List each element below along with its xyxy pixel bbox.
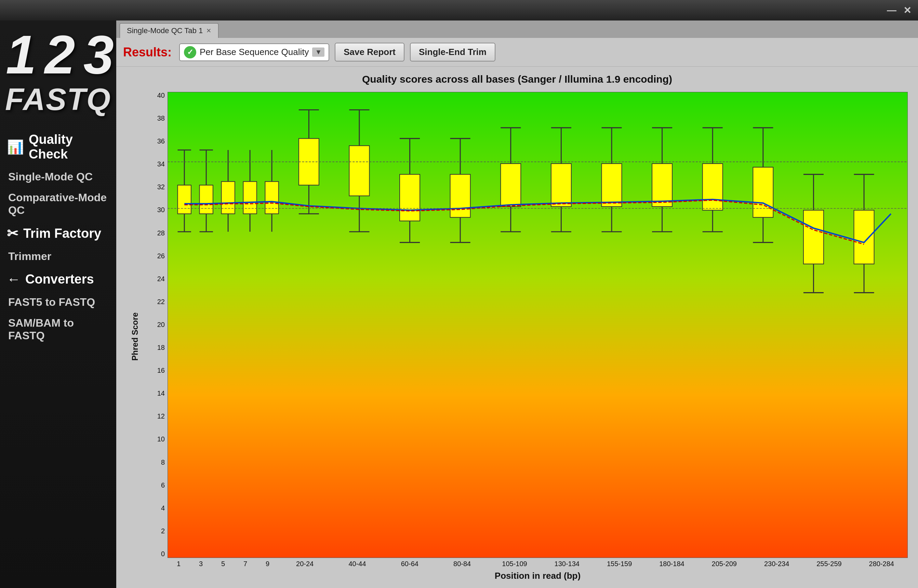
check-icon: ✓ [184, 46, 196, 58]
title-bar: — ✕ [0, 0, 918, 21]
x-tick-7: 7 [234, 560, 256, 568]
y-tick-18: 18 [157, 344, 165, 351]
y-tick-16: 16 [157, 367, 165, 374]
y-axis-label: Phred Score [130, 312, 140, 360]
scissors-icon: ✂ [7, 226, 18, 241]
sidebar-item-single-mode-qc[interactable]: Single-Mode QC [0, 166, 116, 187]
chart-svg [168, 92, 908, 558]
sidebar-item-sam-bam-to-fastq[interactable]: SAM/BAM to FASTQ [0, 313, 116, 346]
bar-chart-icon: 📊 [7, 139, 24, 155]
save-report-button[interactable]: Save Report [335, 43, 405, 61]
svg-rect-26 [601, 164, 622, 207]
chart-inner: 40 38 36 34 32 30 28 26 24 22 20 18 [144, 92, 908, 558]
logo-numbers: 1 2 3 [5, 27, 111, 82]
sidebar-converters-header: ← Converters [0, 267, 116, 292]
svg-rect-32 [753, 167, 773, 217]
y-tick-26: 26 [157, 252, 165, 259]
svg-rect-20 [450, 174, 470, 217]
x-tick-80-84: 80-84 [436, 560, 488, 568]
tab-close-icon[interactable]: ✕ [206, 27, 211, 34]
trim-factory-label: Trim Factory [23, 226, 101, 241]
y-tick-30: 30 [157, 206, 165, 213]
y-tick-32: 32 [157, 184, 165, 190]
x-tick-60-64: 60-64 [384, 560, 436, 568]
x-tick-230-234: 230-234 [750, 560, 803, 568]
svg-rect-30 [703, 164, 723, 210]
y-tick-12: 12 [157, 413, 165, 420]
x-tick-9: 9 [256, 560, 278, 568]
svg-rect-36 [854, 210, 874, 264]
logo: 1 2 3 FASTQ [5, 27, 111, 117]
toolbar: Results: ✓ Per Base Sequence Quality ▼ S… [116, 38, 918, 66]
y-tick-4: 4 [161, 505, 165, 512]
y-axis: 40 38 36 34 32 30 28 26 24 22 20 18 [144, 92, 168, 558]
x-tick-5: 5 [212, 560, 234, 568]
svg-rect-18 [400, 174, 420, 221]
sidebar-item-comparative-mode-qc[interactable]: Comparative-Mode QC [0, 187, 116, 221]
y-tick-0: 0 [161, 551, 165, 557]
sidebar-quality-check-header: 📊 Quality Check [0, 128, 116, 166]
y-tick-2: 2 [161, 528, 165, 535]
minimize-button[interactable]: — [887, 5, 897, 16]
results-label: Results: [123, 45, 172, 60]
sidebar-item-trimmer[interactable]: Trimmer [0, 246, 116, 267]
sidebar-section-quality-check: 📊 Quality Check Single-Mode QC Comparati… [0, 128, 116, 221]
svg-rect-22 [500, 164, 521, 207]
results-dropdown[interactable]: ✓ Per Base Sequence Quality ▼ [179, 44, 329, 61]
x-tick-255-259: 255-259 [803, 560, 855, 568]
x-axis-label: Position in read (bp) [144, 570, 908, 581]
y-tick-14: 14 [157, 390, 165, 397]
tab-bar: Single-Mode QC Tab 1 ✕ [116, 21, 918, 38]
svg-rect-34 [803, 210, 824, 264]
logo-fastq: FASTQ [5, 82, 111, 117]
svg-rect-4 [178, 185, 191, 214]
x-axis: 1 3 5 7 9 20-24 40-44 60-64 80-84 105-10… [144, 560, 908, 568]
main-layout: 1 2 3 FASTQ 📊 Quality Check Single-Mode … [0, 21, 918, 588]
svg-rect-28 [652, 164, 672, 207]
arrow-left-icon: ← [7, 271, 21, 287]
svg-rect-10 [243, 181, 256, 213]
chart-plot [168, 92, 908, 558]
y-tick-40: 40 [157, 92, 165, 99]
sidebar-section-trim-factory: ✂ Trim Factory Trimmer [0, 221, 116, 267]
sidebar-trim-factory-header: ✂ Trim Factory [0, 221, 116, 246]
close-button[interactable]: ✕ [903, 5, 911, 16]
y-tick-10: 10 [157, 436, 165, 443]
x-tick-1: 1 [168, 560, 190, 568]
x-tick-205-209: 205-209 [698, 560, 750, 568]
tab-label: Single-Mode QC Tab 1 [127, 26, 203, 35]
y-tick-34: 34 [157, 161, 165, 167]
x-tick-155-159: 155-159 [593, 560, 646, 568]
chart-with-axes: 40 38 36 34 32 30 28 26 24 22 20 18 [144, 92, 908, 581]
svg-rect-8 [221, 181, 235, 213]
y-tick-22: 22 [157, 298, 165, 305]
x-tick-20-24: 20-24 [278, 560, 331, 568]
y-tick-6: 6 [161, 482, 165, 489]
x-tick-130-134: 130-134 [541, 560, 593, 568]
svg-rect-24 [551, 164, 571, 207]
x-tick-180-184: 180-184 [646, 560, 698, 568]
sidebar-item-fast5-to-fastq[interactable]: FAST5 to FASTQ [0, 292, 116, 313]
svg-rect-16 [349, 145, 369, 196]
x-tick-105-109: 105-109 [488, 560, 541, 568]
content-area: Single-Mode QC Tab 1 ✕ Results: ✓ Per Ba… [116, 21, 918, 588]
y-tick-20: 20 [157, 321, 165, 328]
y-tick-36: 36 [157, 138, 165, 145]
chart-area: Quality scores across all bases (Sanger … [116, 66, 918, 588]
sidebar-section-converters: ← Converters FAST5 to FASTQ SAM/BAM to F… [0, 267, 116, 346]
quality-check-label: Quality Check [29, 132, 109, 162]
dropdown-value: Per Base Sequence Quality [200, 47, 309, 57]
y-tick-28: 28 [157, 229, 165, 236]
x-tick-280-284: 280-284 [855, 560, 908, 568]
y-axis-label-container: Phred Score [126, 92, 144, 581]
logo-area: 1 2 3 FASTQ [0, 21, 116, 128]
converters-label: Converters [25, 272, 94, 287]
y-tick-38: 38 [157, 115, 165, 122]
x-tick-40-44: 40-44 [331, 560, 383, 568]
single-end-trim-button[interactable]: Single-End Trim [410, 43, 495, 61]
x-tick-3: 3 [190, 560, 212, 568]
chevron-down-icon: ▼ [312, 47, 324, 57]
chart-title: Quality scores across all bases (Sanger … [126, 73, 908, 85]
svg-rect-6 [199, 185, 213, 214]
tab-single-mode-qc-1[interactable]: Single-Mode QC Tab 1 ✕ [120, 23, 219, 38]
